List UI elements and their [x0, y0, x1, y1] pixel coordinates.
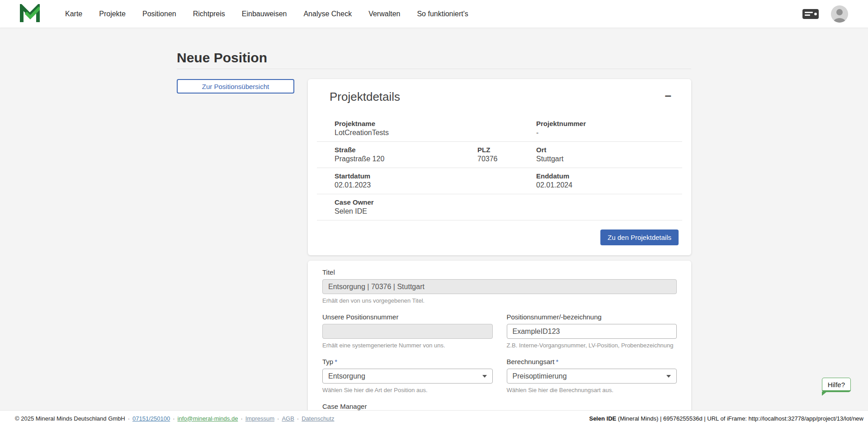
nav-item-richtpreis[interactable]: Richtpreis: [192, 7, 226, 21]
berechnungsart-help-text: Wählen Sie hier die Berechnungsart aus.: [507, 387, 677, 393]
projektname-value: LotCreationTests: [335, 129, 536, 137]
nav-item-analyse-check[interactable]: Analyse Check: [302, 7, 353, 21]
session-user: Selen IDE: [589, 415, 616, 422]
separator: ·: [297, 415, 299, 422]
main-nav: Karte Projekte Positionen Richtpreis Ein…: [64, 7, 469, 21]
case-owner-value: Selen IDE: [335, 207, 536, 215]
nav-item-karte[interactable]: Karte: [64, 7, 83, 21]
table-row: Case Owner Selen IDE: [317, 194, 682, 220]
footer-email-link[interactable]: info@mineral-minds.de: [178, 415, 238, 422]
plz-label: PLZ: [477, 146, 536, 154]
startdatum-value: 02.01.2023: [335, 181, 536, 189]
footer-impressum-link[interactable]: Impressum: [245, 415, 274, 422]
typ-select[interactable]: Entsorgung: [322, 369, 493, 384]
footer: © 2025 Mineral Minds Deutschland GmbH · …: [0, 410, 868, 426]
berechnungsart-select[interactable]: Preisoptimierung: [507, 369, 677, 384]
nav-item-projekte[interactable]: Projekte: [98, 7, 127, 21]
typ-selected-value: Entsorgung: [328, 372, 365, 380]
startdatum-label: Startdatum: [335, 172, 536, 180]
case-owner-label: Case Owner: [335, 198, 536, 206]
session-info: Selen IDE (Mineral Minds) | 69576255536d…: [589, 415, 863, 422]
table-row: Startdatum 02.01.2023 Enddatum 02.01.202…: [317, 168, 682, 194]
nav-item-verwalten[interactable]: Verwalten: [368, 7, 401, 21]
projektname-label: Projektname: [335, 120, 536, 127]
projektnummer-label: Projektnummer: [536, 120, 682, 127]
collapse-card-button[interactable]: –: [662, 90, 674, 101]
table-row: Straße Pragstraße 120 PLZ 70376 Ort Stut…: [317, 142, 682, 168]
separator: ·: [277, 415, 279, 422]
user-avatar[interactable]: [831, 5, 848, 23]
strasse-value: Pragstraße 120: [335, 155, 477, 163]
required-marker: *: [335, 358, 337, 365]
unsere-positionsnummer-input: [322, 324, 493, 339]
page-title: Neue Position: [177, 50, 691, 65]
title-divider: [177, 69, 691, 69]
footer-phone-link[interactable]: 07151/250100: [132, 415, 170, 422]
chevron-down-icon: [482, 375, 487, 378]
table-row: Projektname LotCreationTests Projektnumm…: [317, 116, 682, 142]
positionsnummer-bezeichnung-input[interactable]: [507, 324, 677, 339]
nav-item-einbauweisen[interactable]: Einbauweisen: [241, 7, 288, 21]
unsere-positionsnummer-help-text: Erhält eine systemgenerierte Nummer von …: [322, 342, 493, 349]
typ-help-text: Wählen Sie hier die Art der Position aus…: [322, 387, 493, 393]
separator: ·: [241, 415, 242, 422]
project-details-card: Projektdetails – Projektname LotCreation…: [308, 79, 691, 255]
strasse-label: Straße: [335, 146, 477, 154]
top-navbar: Karte Projekte Positionen Richtpreis Ein…: [0, 0, 868, 28]
positionsnummer-bezeichnung-help-text: Z.B. Interne-Vorgangsnummer, LV-Position…: [507, 342, 677, 349]
brand-logo[interactable]: [20, 4, 40, 24]
projektnummer-value: -: [536, 129, 682, 137]
ort-label: Ort: [536, 146, 682, 154]
session-meta: (Mineral Minds) | 69576255536d | URL of …: [616, 415, 863, 422]
footer-datenschutz-link[interactable]: Datenschutz: [302, 415, 334, 422]
titel-input: [322, 279, 677, 294]
unsere-positionsnummer-label: Unsere Positionsnummer: [322, 313, 493, 321]
ort-value: Stuttgart: [536, 155, 682, 163]
enddatum-value: 02.01.2024: [536, 181, 682, 189]
project-details-table: Projektname LotCreationTests Projektnumm…: [317, 116, 682, 220]
titel-help-text: Erhält den von uns vorgegebenen Titel.: [322, 297, 677, 304]
footer-copyright: © 2025 Mineral Minds Deutschland GmbH: [15, 415, 125, 422]
case-manager-label: Case Manager: [322, 403, 677, 410]
footer-agb-link[interactable]: AGB: [282, 415, 294, 422]
nav-item-so-funktionierts[interactable]: So funktioniert's: [416, 7, 469, 21]
titel-label: Titel: [322, 268, 677, 276]
help-button[interactable]: Hilfe?: [822, 378, 851, 392]
separator: ·: [128, 415, 130, 422]
project-card-title: Projektdetails: [330, 90, 400, 104]
enddatum-label: Enddatum: [536, 172, 682, 180]
separator: ·: [173, 415, 175, 422]
page-content: Neue Position Zur Positionsübersicht Pro…: [177, 28, 691, 426]
positionsnummer-bezeichnung-label: Positionsnummer/-bezeichnung: [507, 313, 677, 321]
required-marker: *: [556, 358, 558, 365]
go-to-project-details-button[interactable]: Zu den Projektdetails: [600, 229, 679, 245]
berechnungsart-selected-value: Preisoptimierung: [513, 372, 567, 380]
typ-label: Typ*: [322, 358, 493, 365]
mineral-minds-logo-icon: [20, 4, 40, 24]
plz-value: 70376: [477, 155, 536, 163]
typ-label-text: Typ: [322, 358, 333, 365]
back-to-positions-button[interactable]: Zur Positionsübersicht: [177, 79, 294, 94]
berechnungsart-label: Berechnungsart*: [507, 358, 677, 365]
terminal-icon[interactable]: [802, 8, 819, 20]
chevron-down-icon: [666, 375, 671, 378]
new-position-form-card: Titel Erhält den von uns vorgegebenen Ti…: [308, 261, 691, 426]
berechnungsart-label-text: Berechnungsart: [507, 358, 555, 365]
nav-item-positionen[interactable]: Positionen: [142, 7, 177, 21]
